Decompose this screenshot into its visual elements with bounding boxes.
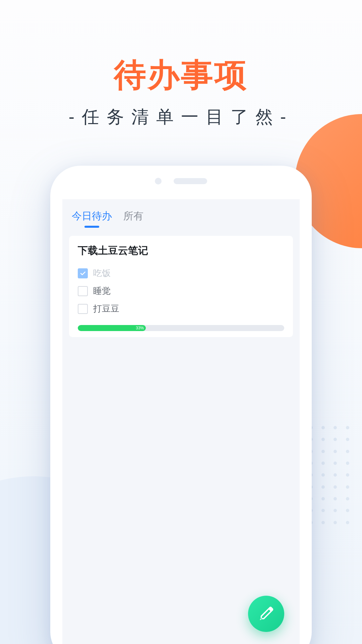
progress-bar: 33% — [78, 325, 284, 331]
checkbox[interactable] — [78, 268, 88, 278]
todo-item: 吃饭 — [78, 264, 284, 282]
camera-dot — [155, 178, 162, 184]
hero-title: 待办事项 — [0, 54, 362, 97]
hero-section: 待办事项 -任务清单一目了然- — [0, 0, 362, 129]
hero-subtitle: -任务清单一目了然- — [0, 105, 362, 129]
progress-fill: 33% — [78, 325, 146, 331]
tab-today[interactable]: 今日待办 — [72, 209, 112, 228]
todo-label: 打豆豆 — [93, 303, 119, 315]
todo-item: 睡觉 — [78, 282, 284, 300]
checkbox[interactable] — [78, 304, 88, 314]
tab-all[interactable]: 所有 — [123, 209, 143, 228]
todo-label: 吃饭 — [93, 267, 111, 279]
todo-label: 睡觉 — [93, 285, 111, 297]
speaker-pill — [174, 178, 207, 184]
check-icon — [79, 270, 86, 277]
progress-text: 33% — [136, 326, 144, 330]
card-title: 下载土豆云笔记 — [78, 244, 284, 258]
phone-frame: 今日待办 所有 下载土豆云笔记 吃饭 睡觉 打豆豆 33% — [50, 166, 312, 644]
todo-card: 下载土豆云笔记 吃饭 睡觉 打豆豆 33% — [69, 236, 293, 337]
feather-icon — [257, 604, 276, 623]
tabs-bar: 今日待办 所有 — [62, 199, 300, 230]
todo-item: 打豆豆 — [78, 300, 284, 318]
checkbox[interactable] — [78, 286, 88, 296]
phone-screen: 今日待办 所有 下载土豆云笔记 吃饭 睡觉 打豆豆 33% — [62, 199, 300, 644]
add-note-button[interactable] — [248, 596, 284, 632]
phone-notch — [155, 178, 207, 184]
